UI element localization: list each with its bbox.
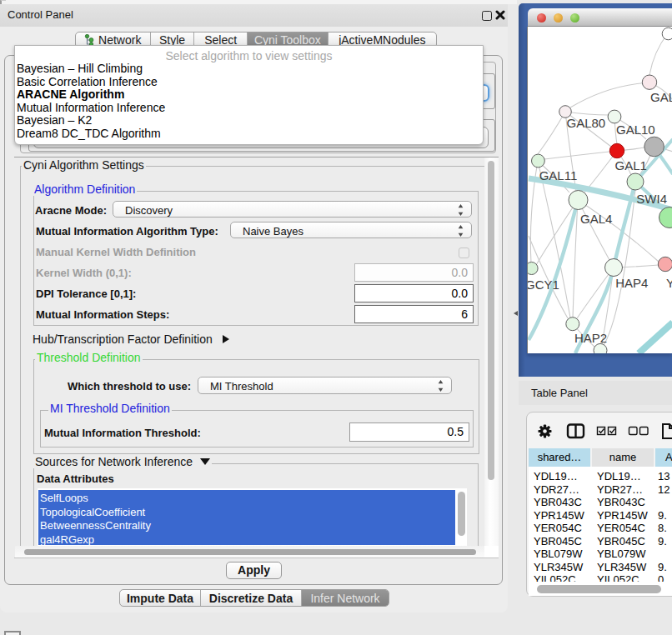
svg-text:GAL11: GAL11 [539,168,578,182]
svg-text:GAL80: GAL80 [567,116,606,130]
svg-text:GAL: GAL [650,90,672,104]
svg-text:HAP2: HAP2 [574,331,607,345]
svg-text:HAP4: HAP4 [615,276,648,290]
svg-text:Y: Y [666,276,672,290]
svg-text:GAL10: GAL10 [616,122,655,137]
svg-text:GCY1: GCY1 [528,278,559,292]
svg-text:GAL1: GAL1 [615,158,647,172]
svg-text:SWI4: SWI4 [636,192,667,206]
svg-text:GAL4: GAL4 [580,212,612,226]
